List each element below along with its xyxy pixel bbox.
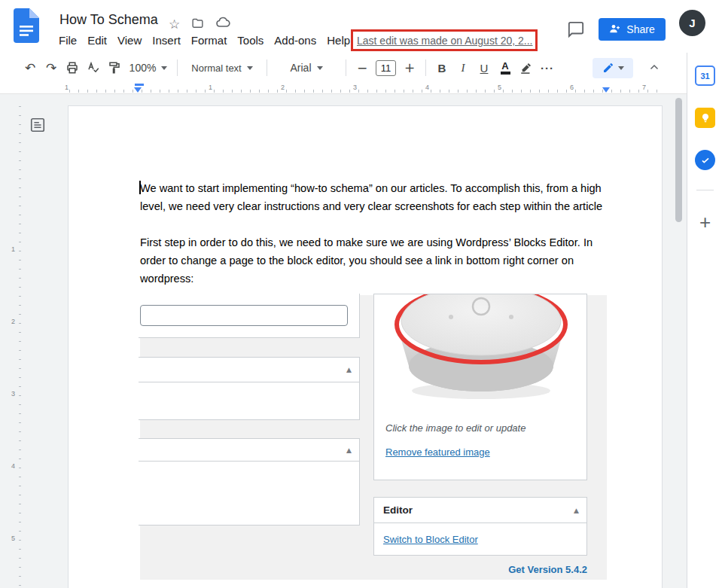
collapse-arrow-icon: ▲ xyxy=(346,446,352,453)
document-status-cloud-icon[interactable] xyxy=(215,15,230,33)
first-line-indent-marker[interactable] xyxy=(135,84,144,86)
more-options-button[interactable]: ··· xyxy=(537,57,558,78)
document-workspace: 1 2 3 4 5 We want to start implementing … xyxy=(0,94,687,588)
comment-history-button[interactable] xyxy=(565,19,586,40)
share-label: Share xyxy=(626,23,654,35)
menu-edit[interactable]: Edit xyxy=(82,32,112,48)
font-size-input[interactable]: 11 xyxy=(376,60,396,76)
text-color-icon: A xyxy=(501,61,510,75)
doc-text-line: level, we need very clear instructions a… xyxy=(140,197,611,215)
ruler-number: 5 xyxy=(11,535,15,542)
document-outline-icon[interactable] xyxy=(27,114,47,135)
tasks-icon[interactable] xyxy=(695,150,715,170)
document-text: We want to start implementing “how-to sc… xyxy=(140,179,611,580)
ruler-number: 5 xyxy=(498,84,501,91)
share-person-icon xyxy=(609,23,621,37)
menu-insert[interactable]: Insert xyxy=(147,32,186,48)
toolbar-divider xyxy=(267,59,267,76)
horizontal-ruler: 1 1 2 3 4 5 6 7 xyxy=(0,83,687,94)
collapse-arrow-icon: ▲ xyxy=(574,507,579,513)
editing-mode-select[interactable] xyxy=(593,58,633,78)
keep-icon[interactable] xyxy=(695,108,715,128)
document-title[interactable]: How To Schema xyxy=(59,12,158,28)
side-panel-rail: 31 + xyxy=(687,53,722,588)
spellcheck-button[interactable] xyxy=(83,57,104,78)
ruler-number: 4 xyxy=(11,462,15,470)
wp-metabox: ▲ xyxy=(139,357,360,420)
redo-button[interactable]: ↷ xyxy=(41,57,62,78)
vertical-scrollbar-thumb[interactable] xyxy=(675,98,682,222)
ruler-number: 3 xyxy=(353,84,357,91)
hide-menus-button[interactable] xyxy=(644,57,665,78)
paragraph-style-value: Normal text xyxy=(191,62,241,74)
move-folder-icon[interactable] xyxy=(191,17,204,32)
ruler-number: 1 xyxy=(209,84,212,91)
wp-featured-image-panel: Click the image to edit or update Remove… xyxy=(373,294,587,480)
bold-button[interactable]: B xyxy=(431,57,452,78)
italic-button[interactable]: I xyxy=(452,57,474,78)
menu-file[interactable]: File xyxy=(53,32,82,48)
left-indent-marker[interactable] xyxy=(134,87,142,93)
document-page[interactable]: We want to start implementing “how-to sc… xyxy=(68,105,663,588)
formatting-toolbar: ↶ ↷ 100% Normal text Aria xyxy=(0,53,687,83)
zoom-value: 100% xyxy=(129,62,157,74)
text-color-button[interactable]: A xyxy=(495,57,516,78)
doc-text-line: We want to start implementing “how-to sc… xyxy=(140,179,611,197)
ruler-number: 6 xyxy=(570,84,574,91)
ruler-number: 1 xyxy=(11,245,15,253)
wp-image-caption: Click the image to edit or update xyxy=(385,422,526,434)
wp-text-input xyxy=(140,305,348,326)
wp-editor-title: Editor xyxy=(383,504,413,516)
wp-metabox-header: ▲ xyxy=(139,358,359,382)
chevron-down-icon xyxy=(618,66,624,70)
docs-logo-icon[interactable] xyxy=(14,8,39,43)
ruler-number: 2 xyxy=(281,84,285,91)
ruler-number: 2 xyxy=(11,318,15,325)
toolbar-divider xyxy=(346,59,346,76)
toolbar-divider xyxy=(177,59,178,76)
share-button[interactable]: Share xyxy=(599,18,666,41)
star-icon[interactable]: ☆ xyxy=(169,18,180,31)
add-addon-button[interactable]: + xyxy=(695,212,715,233)
chevron-down-icon xyxy=(317,66,323,70)
doc-text-line: wordpress: xyxy=(140,270,611,288)
print-button[interactable] xyxy=(62,57,83,78)
calendar-icon[interactable]: 31 xyxy=(695,66,715,86)
title-actions: ☆ xyxy=(169,15,230,33)
wp-metabox: ▲ xyxy=(139,438,360,526)
paragraph-style-select[interactable]: Normal text xyxy=(183,57,261,78)
rail-divider xyxy=(696,190,714,190)
embedded-screenshot[interactable]: ▲ ▲ xyxy=(140,295,607,580)
menu-view[interactable]: View xyxy=(112,32,147,48)
ruler-number: 3 xyxy=(11,390,15,398)
wp-editor-panel: Editor ▲ Switch to Block Editor xyxy=(373,497,587,556)
doc-text-line: First step in order to do this, we need … xyxy=(140,233,611,251)
decrease-font-size-button[interactable]: − xyxy=(352,57,373,78)
ruler-number: 1 xyxy=(65,84,69,91)
toolbar-divider xyxy=(425,59,426,76)
undo-button[interactable]: ↶ xyxy=(20,57,41,78)
zoom-select[interactable]: 100% xyxy=(125,57,172,78)
collapse-arrow-icon: ▲ xyxy=(346,367,352,373)
right-indent-marker[interactable] xyxy=(602,87,610,93)
chevron-down-icon xyxy=(161,66,167,70)
last-edit-annotation-box: Last edit was made on August 20, 2... xyxy=(351,29,538,51)
highlight-color-button[interactable] xyxy=(516,57,537,78)
menu-format[interactable]: Format xyxy=(186,32,233,48)
underline-button[interactable]: U xyxy=(474,57,495,78)
wp-remove-featured-image-link: Remove featured image xyxy=(385,446,490,458)
menu-tools[interactable]: Tools xyxy=(232,32,269,48)
increase-font-size-button[interactable]: + xyxy=(399,57,420,78)
vertical-ruler-ticks xyxy=(19,106,21,588)
wp-metabox-header: ▲ xyxy=(139,439,359,462)
chevron-down-icon xyxy=(247,66,253,70)
menu-bar: File Edit View Insert Format Tools Add-o… xyxy=(53,32,355,48)
account-avatar[interactable]: J xyxy=(679,10,705,36)
paint-format-button[interactable] xyxy=(104,57,125,78)
ruler-number: 7 xyxy=(642,84,646,91)
menu-addons[interactable]: Add-ons xyxy=(269,32,321,48)
wp-switch-to-block-editor-link: Switch to Block Editor xyxy=(383,534,478,545)
pencil-icon xyxy=(602,62,614,74)
font-select[interactable]: Arial xyxy=(273,57,340,78)
last-edit-link[interactable]: Last edit was made on August 20, 2... xyxy=(357,35,532,47)
